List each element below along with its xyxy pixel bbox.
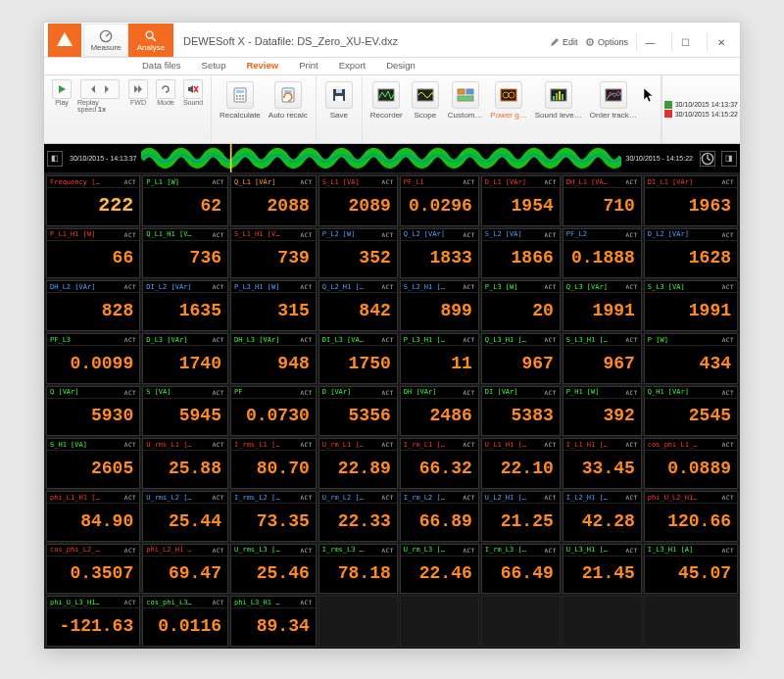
tab-review[interactable]: Review: [236, 58, 289, 74]
meter-cell[interactable]: Q_L1 [VAr]ACT2088: [230, 175, 317, 226]
tab-setup[interactable]: Setup: [192, 58, 237, 74]
meter-cell[interactable]: I_rms_L3 [A]ACT78.18: [318, 544, 398, 595]
window-maximize-button[interactable]: ☐: [671, 33, 699, 51]
order-tracking-button[interactable]: Order track…: [588, 79, 639, 121]
tab-design[interactable]: Design: [376, 58, 426, 74]
meter-cell[interactable]: DH_L1 [VAr]ACT710: [563, 175, 642, 226]
meter-cell[interactable]: Q [VAr]ACT5930: [46, 386, 140, 437]
meter-cell[interactable]: P [W]ACT434: [644, 333, 738, 384]
meter-cell[interactable]: Frequency [Hz]ACT222: [46, 175, 140, 226]
meter-cell[interactable]: U_rm_L2 [V]ACT22.33: [318, 491, 398, 542]
meter-cell[interactable]: PF_L1ACT0.0296: [400, 175, 479, 226]
meter-cell[interactable]: DI_L3 [VAr]ACT1750: [318, 333, 398, 384]
meter-cell[interactable]: Q_L3 [VAr]ACT1991: [563, 280, 642, 331]
meter-cell[interactable]: S_L1 [VA]ACT2089: [318, 175, 398, 226]
meter-cell[interactable]: DH_L3 [VAr]ACT948: [230, 333, 317, 384]
options-button[interactable]: Options: [585, 37, 628, 47]
meter-cell[interactable]: cos_phi_L1_H1ACT0.0889: [644, 438, 738, 489]
meter-cell[interactable]: P_L1_H1 [W]ACT66: [46, 228, 140, 279]
meter-cell[interactable]: S_L3_H1 [VA]ACT967: [563, 333, 642, 384]
meter-cell[interactable]: DH_L2 [VAr]ACT828: [46, 280, 140, 331]
waveform-overview[interactable]: ◧ 30/10/2015 - 14:13:37 30/10/2015 - 14:…: [44, 144, 740, 173]
meter-cell[interactable]: PF_L2ACT0.1888: [563, 228, 642, 279]
meter-cell[interactable]: phi_L3_H1 [deg.]ACT89.34: [230, 596, 317, 647]
meter-cell[interactable]: D_L3 [VAr]ACT1740: [142, 333, 228, 384]
meter-cell[interactable]: DI_L1 [VAr]ACT1963: [644, 175, 738, 226]
meter-cell[interactable]: PF_L3ACT0.0099: [46, 333, 140, 384]
meter-cell[interactable]: cos_phi_L3_H1ACT0.0116: [142, 596, 228, 647]
meter-cell[interactable]: Q_L3_H1 [VAr]ACT967: [481, 333, 561, 384]
meter-cell[interactable]: DI [VAr]ACT5383: [481, 386, 561, 437]
meter-cell[interactable]: I_rm_L1 [A]ACT66.32: [400, 438, 479, 489]
tab-data-files[interactable]: Data files: [132, 58, 192, 74]
meter-cell[interactable]: S_L2_H1 [VA]ACT899: [400, 280, 479, 331]
meter-cell[interactable]: phi_U_L2_H1 [deg.]ACT120.66: [644, 491, 738, 542]
mode-tab-measure[interactable]: Measure: [83, 24, 128, 57]
edit-button[interactable]: Edit: [550, 37, 577, 47]
meter-cell[interactable]: S_H1 [VA]ACT2605: [46, 438, 140, 489]
fwd-button[interactable]: FWD: [126, 79, 150, 106]
play-button[interactable]: Play: [50, 79, 74, 106]
meter-cell[interactable]: cos_phi_L2_H1ACT0.3507: [46, 544, 140, 595]
meter-cell[interactable]: S_L3 [VA]ACT1991: [644, 280, 738, 331]
tab-print[interactable]: Print: [289, 58, 329, 74]
meter-cell[interactable]: Q_L2_H1 [VAr]ACT842: [318, 280, 398, 331]
meter-cell[interactable]: Q_L2 [VAr]ACT1833: [400, 228, 479, 279]
wave-clock-cap[interactable]: [700, 151, 715, 167]
mode-button[interactable]: Mode: [154, 79, 177, 106]
replay-speed[interactable]: Replay speed 1x: [77, 79, 122, 113]
auto-recalc-button[interactable]: Auto recalc: [267, 79, 310, 121]
save-button[interactable]: Save: [322, 79, 356, 121]
meter-cell[interactable]: I_L2_H1 [A]ACT42.28: [563, 491, 642, 542]
meter-cell[interactable]: I_rms_L1 [A]ACT80.70: [230, 438, 317, 489]
meter-cell[interactable]: DH [VAr]ACT2486: [400, 386, 479, 437]
meter-cell[interactable]: U_rms_L1 [V]ACT25.88: [142, 438, 228, 489]
tab-export[interactable]: Export: [329, 58, 376, 74]
meter-cell[interactable]: phi_U_L3_H1 [deg.]ACT-121.63: [46, 596, 140, 647]
meter-cell[interactable]: U_L2_H1 [V]ACT21.25: [481, 491, 561, 542]
meter-cell[interactable]: P_L2 [W]ACT352: [318, 228, 398, 279]
meter-cell[interactable]: I_rm_L3 [A]ACT66.49: [481, 544, 561, 595]
window-minimize-button[interactable]: —: [636, 33, 663, 51]
recorder-button[interactable]: Recorder: [368, 79, 405, 121]
recalculate-button[interactable]: Recalculate: [218, 79, 263, 121]
meter-cell[interactable]: U_L1_H1 [V]ACT22.10: [481, 438, 561, 489]
sound-level-button[interactable]: Sound leve…: [533, 79, 584, 121]
meter-cell[interactable]: U_rms_L3 [V]ACT25.46: [230, 544, 317, 595]
sound-button[interactable]: Sound: [181, 79, 205, 106]
meter-cell[interactable]: I_L3_H1 [A]ACT45.07: [644, 544, 738, 595]
meter-cell[interactable]: S_L1_H1 [VA]ACT739: [230, 228, 317, 279]
meter-cell[interactable]: P_L3 [W]ACT20: [481, 280, 561, 331]
meter-cell[interactable]: DI_L2 [VAr]ACT1635: [142, 280, 228, 331]
meter-cell[interactable]: D [VAr]ACT5356: [318, 386, 398, 437]
meter-cell[interactable]: U_rm_L3 [V]ACT22.46: [400, 544, 479, 595]
meter-cell[interactable]: P_H1 [W]ACT392: [563, 386, 642, 437]
meter-value: 20: [482, 293, 560, 330]
meter-cell[interactable]: P_L2_H1 [W]ACT315: [230, 280, 317, 331]
meter-cell[interactable]: Q_H1 [VAr]ACT2545: [644, 386, 738, 437]
meter-cell[interactable]: P_L3_H1 [W]ACT11: [400, 333, 479, 384]
meter-cell[interactable]: S [VA]ACT5945: [142, 386, 228, 437]
wave-right-cap[interactable]: ◨: [721, 151, 737, 167]
meter-cell[interactable]: U_rms_L2 [V]ACT25.44: [142, 491, 228, 542]
mode-tab-analyse[interactable]: Analyse: [128, 24, 173, 57]
meter-cell[interactable]: Q_L1_H1 [VAr]ACT736: [142, 228, 228, 279]
meter-cell[interactable]: U_rm_L1 [V]ACT22.89: [318, 438, 398, 489]
meter-cell[interactable]: I_L1_H1 [A]ACT33.45: [563, 438, 642, 489]
custom-display-button[interactable]: Custom…: [446, 79, 485, 121]
meter-label: S_L1_H1 [VA]: [234, 230, 281, 238]
scope-button[interactable]: Scope: [409, 79, 442, 121]
meter-cell[interactable]: phi_L1_H1 [deg.]ACT84.90: [46, 491, 140, 542]
meter-cell[interactable]: phi_L2_H1 [deg.]ACT69.47: [142, 544, 228, 595]
meter-cell[interactable]: D_L1 [VAr]ACT1954: [481, 175, 561, 226]
meter-cell[interactable]: U_L3_H1 [V]ACT21.45: [563, 544, 642, 595]
meter-cell[interactable]: I_rm_L2 [A]ACT66.89: [400, 491, 479, 542]
meter-cell[interactable]: I_rms_L2 [A]ACT73.35: [230, 491, 317, 542]
wave-left-cap[interactable]: ◧: [47, 151, 63, 167]
meter-cell[interactable]: S_L2 [VA]ACT1866: [481, 228, 561, 279]
meter-cell[interactable]: D_L2 [VAr]ACT1628: [644, 228, 738, 279]
meter-cell[interactable]: P_L1 [W]ACT62: [142, 175, 228, 226]
window-close-button[interactable]: ✕: [707, 33, 734, 51]
meter-cell[interactable]: PFACT0.0730: [230, 386, 317, 437]
power-grid-button[interactable]: Power g…: [488, 79, 528, 121]
